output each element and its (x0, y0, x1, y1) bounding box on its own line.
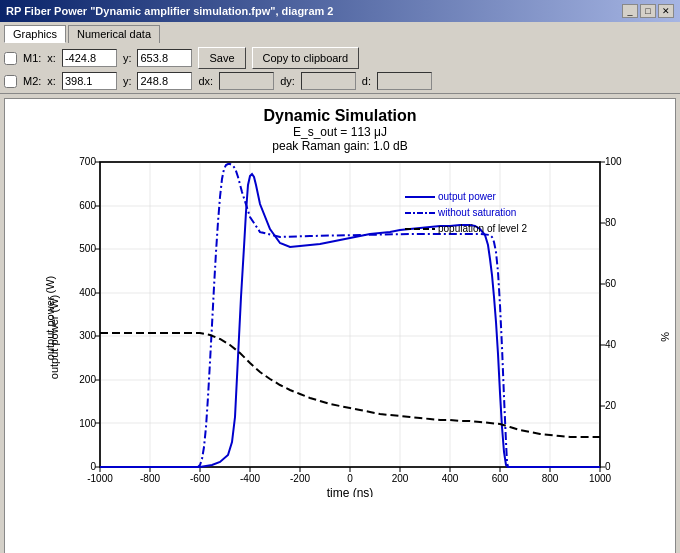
svg-text:60: 60 (605, 278, 617, 289)
svg-text:400: 400 (79, 287, 96, 298)
tab-graphics[interactable]: Graphics (4, 25, 66, 43)
svg-text:0: 0 (347, 473, 353, 484)
svg-text:100: 100 (605, 157, 622, 167)
svg-text:-200: -200 (290, 473, 310, 484)
dy-input[interactable] (301, 72, 356, 90)
svg-text:40: 40 (605, 339, 617, 350)
m2-x-input[interactable] (62, 72, 117, 90)
m1-x-label: x: (47, 52, 56, 64)
svg-text:800: 800 (542, 473, 559, 484)
svg-text:20: 20 (605, 400, 617, 411)
svg-text:600: 600 (79, 200, 96, 211)
save-button[interactable]: Save (198, 47, 245, 69)
svg-text:600: 600 (492, 473, 509, 484)
svg-text:700: 700 (79, 157, 96, 167)
copy-clipboard-button[interactable]: Copy to clipboard (252, 47, 360, 69)
chart-area: Dynamic Simulation E_s_out = 113 μJ peak… (4, 98, 676, 553)
svg-text:-1000: -1000 (87, 473, 113, 484)
svg-text:without saturation: without saturation (437, 207, 516, 218)
minimize-button[interactable]: _ (622, 4, 638, 18)
m2-x-label: x: (47, 75, 56, 87)
controls-row-1: M1: x: y: Save Copy to clipboard (4, 47, 676, 69)
maximize-button[interactable]: □ (640, 4, 656, 18)
svg-text:-400: -400 (240, 473, 260, 484)
dx-input[interactable] (219, 72, 274, 90)
title-bar: RP Fiber Power "Dynamic amplifier simula… (0, 0, 680, 22)
svg-text:80: 80 (605, 217, 617, 228)
chart-subtitle2: peak Raman gain: 1.0 dB (5, 139, 675, 153)
svg-text:-600: -600 (190, 473, 210, 484)
svg-text:-800: -800 (140, 473, 160, 484)
svg-text:population of level 2: population of level 2 (438, 223, 527, 234)
d-label: d: (362, 75, 371, 87)
dx-label: dx: (198, 75, 213, 87)
svg-text:400: 400 (442, 473, 459, 484)
close-button[interactable]: ✕ (658, 4, 674, 18)
svg-text:1000: 1000 (589, 473, 612, 484)
m1-label: M1: (23, 52, 41, 64)
svg-text:200: 200 (79, 374, 96, 385)
svg-text:200: 200 (392, 473, 409, 484)
chart-subtitle1: E_s_out = 113 μJ (5, 125, 675, 139)
m2-checkbox[interactable] (4, 75, 17, 88)
y-left-label: output power (W) (44, 276, 56, 360)
m2-label: M2: (23, 75, 41, 87)
dy-label: dy: (280, 75, 295, 87)
svg-text:time (ns): time (ns) (327, 486, 374, 497)
window-title: RP Fiber Power "Dynamic amplifier simula… (6, 5, 333, 17)
svg-text:100: 100 (79, 418, 96, 429)
controls-row-2: M2: x: y: dx: dy: d: (4, 72, 676, 90)
chart-plot-area: output power (W) % (60, 157, 630, 517)
tab-numerical-data[interactable]: Numerical data (68, 25, 160, 43)
m1-y-input[interactable] (137, 49, 192, 67)
m1-x-input[interactable] (62, 49, 117, 67)
d-input[interactable] (377, 72, 432, 90)
svg-text:output power: output power (438, 191, 496, 202)
m2-y-label: y: (123, 75, 132, 87)
m1-y-label: y: (123, 52, 132, 64)
m1-checkbox[interactable] (4, 52, 17, 65)
svg-text:300: 300 (79, 330, 96, 341)
m2-y-input[interactable] (137, 72, 192, 90)
toolbar: Graphics Numerical data M1: x: y: Save C… (0, 22, 680, 94)
svg-text:0: 0 (605, 461, 611, 472)
chart-svg: -1000 -800 -600 -400 -200 0 200 400 600 … (60, 157, 635, 497)
window-controls: _ □ ✕ (622, 4, 674, 18)
y-axis-right-label: % (659, 332, 671, 342)
tab-bar: Graphics Numerical data (4, 25, 676, 43)
svg-text:500: 500 (79, 243, 96, 254)
chart-title: Dynamic Simulation (5, 99, 675, 125)
